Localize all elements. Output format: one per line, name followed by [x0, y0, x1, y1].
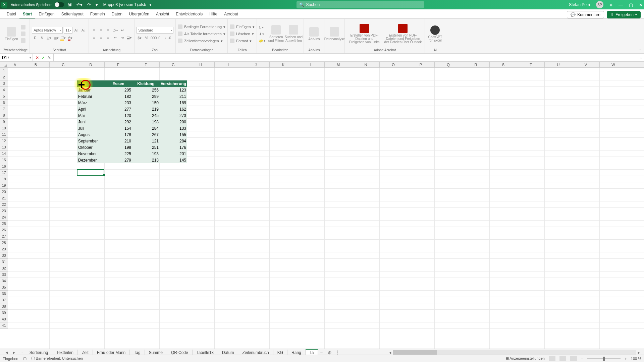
row-header-36[interactable]: 36 — [0, 291, 8, 297]
sheet-nav-next[interactable]: ► — [12, 350, 16, 355]
pdf-share-link-button[interactable]: Erstellen von PDF-Dateien und Freigeben … — [347, 22, 382, 46]
accounting-format-button[interactable]: $▾ — [137, 35, 143, 41]
scroll-right-button[interactable]: ► — [636, 351, 642, 355]
fx-button[interactable]: fx — [48, 55, 51, 60]
column-header-G[interactable]: G — [160, 62, 187, 67]
table-row-label[interactable]: Januar — [77, 87, 105, 93]
align-center-button[interactable]: ≡ — [98, 35, 104, 41]
italic-button[interactable]: K — [39, 35, 45, 41]
row-header-20[interactable]: 20 — [0, 189, 8, 195]
font-name-combo[interactable]: Aptos Narrow — [32, 27, 63, 34]
number-format-combo[interactable]: Standard — [137, 27, 173, 34]
format-as-table-button[interactable]: Als Tabelle formatieren ▾ — [178, 31, 225, 37]
column-header-P[interactable]: P — [407, 62, 435, 67]
zoom-level[interactable]: 100 % — [631, 357, 641, 361]
row-header-35[interactable]: 35 — [0, 284, 8, 291]
sheet-nav-prev[interactable]: ◄ — [5, 350, 9, 355]
font-color-button[interactable]: A▾ — [67, 35, 73, 41]
save-icon[interactable]: 🖫 — [67, 2, 72, 7]
row-header-15[interactable]: 15 — [0, 157, 8, 163]
user-avatar-icon[interactable]: SP — [596, 1, 603, 8]
sheet-overflow[interactable]: ··· — [318, 350, 325, 355]
table-cell[interactable]: 292 — [105, 119, 132, 125]
row-header-34[interactable]: 34 — [0, 278, 8, 284]
ribbon-tab-einfügen[interactable]: Einfügen — [35, 10, 58, 18]
table-row-label[interactable]: November — [77, 150, 105, 157]
row-header-14[interactable]: 14 — [0, 150, 8, 157]
borders-button[interactable]: ▦▾ — [53, 35, 59, 41]
increase-decimal-button[interactable]: .0→ — [158, 35, 164, 41]
row-header-26[interactable]: 26 — [0, 227, 8, 233]
table-cell[interactable]: 205 — [105, 87, 132, 93]
comma-format-button[interactable]: 000 — [151, 35, 157, 41]
cut-button[interactable] — [21, 24, 25, 30]
decrease-indent-button[interactable]: ⇤ — [112, 35, 118, 41]
copy-button[interactable] — [21, 31, 25, 37]
horizontal-scrollbar[interactable]: ◄ ► — [387, 350, 642, 355]
align-middle-button[interactable]: ≡ — [98, 27, 104, 33]
table-cell[interactable]: 150 — [132, 100, 160, 106]
insert-cells-button[interactable]: Einfügen ▾ — [230, 24, 254, 30]
table-cell[interactable]: 219 — [132, 106, 160, 112]
table-cell[interactable]: 154 — [105, 125, 132, 131]
expand-formula-bar-button[interactable]: ⌄ — [638, 54, 644, 61]
table-cell[interactable]: 284 — [132, 125, 160, 131]
table-row-label[interactable]: Februar — [77, 93, 105, 100]
table-cell[interactable]: 189 — [160, 100, 187, 106]
table-row-label[interactable]: Dezember — [77, 157, 105, 163]
increase-indent-button[interactable]: ⇥ — [119, 35, 125, 41]
row-header-12[interactable]: 12 — [0, 138, 8, 144]
column-header-L[interactable]: L — [297, 62, 325, 67]
ribbon-tab-datei[interactable]: Datei — [3, 10, 19, 18]
comments-button[interactable]: 💬 Kommentare — [567, 11, 604, 18]
row-header-41[interactable]: 41 — [0, 322, 8, 329]
row-header-10[interactable]: 10 — [0, 125, 8, 131]
column-header-K[interactable]: K — [270, 62, 297, 67]
row-header-2[interactable]: 2 — [0, 74, 8, 80]
redo-icon[interactable]: ↷ — [87, 2, 91, 7]
table-cell[interactable]: 201 — [160, 150, 187, 157]
row-header-30[interactable]: 30 — [0, 252, 8, 259]
table-cell[interactable]: 200 — [160, 119, 187, 125]
column-header-A[interactable]: A — [8, 62, 22, 67]
table-cell[interactable]: 145 — [160, 157, 187, 163]
row-header-40[interactable]: 40 — [0, 316, 8, 322]
paste-button[interactable]: Einfügen — [3, 22, 19, 46]
ribbon-tab-seitenlayout[interactable]: Seitenlayout — [58, 10, 87, 18]
ribbon-tab-hilfe[interactable]: Hilfe — [206, 10, 221, 18]
row-header-23[interactable]: 23 — [0, 208, 8, 214]
table-cell[interactable]: 182 — [105, 93, 132, 100]
addins-button[interactable]: Add-Ins — [306, 22, 322, 46]
orientation-button[interactable]: ⭯▾ — [112, 27, 118, 33]
row-header-5[interactable]: 5 — [0, 93, 8, 100]
table-cell[interactable]: 121 — [132, 138, 160, 144]
row-header-37[interactable]: 37 — [0, 297, 8, 303]
zoom-slider[interactable] — [587, 358, 621, 359]
table-cell[interactable]: 213 — [132, 157, 160, 163]
column-header-N[interactable]: N — [352, 62, 380, 67]
row-header-25[interactable]: 25 — [0, 221, 8, 227]
ribbon-tab-acrobat[interactable]: Acrobat — [221, 10, 241, 18]
column-header-J[interactable]: J — [242, 62, 270, 67]
sort-filter-button[interactable]: Sortieren und Filtern — [268, 22, 284, 46]
table-cell[interactable]: 133 — [160, 125, 187, 131]
page-layout-view-button[interactable] — [559, 356, 566, 361]
column-header-M[interactable]: M — [325, 62, 352, 67]
column-header-B[interactable]: B — [22, 62, 50, 67]
row-header-3[interactable]: 3 — [0, 80, 8, 87]
column-header-Q[interactable]: Q — [435, 62, 462, 67]
table-header[interactable]: Versicherung — [160, 80, 187, 87]
name-box[interactable]: D17 — [0, 54, 33, 61]
pdf-share-outlook-button[interactable]: Erstellen von PDF-Dateien und Freigeben … — [383, 22, 423, 46]
autosum-button[interactable]: Σ ▾ — [259, 24, 266, 30]
row-header-32[interactable]: 32 — [0, 265, 8, 272]
table-cell[interactable]: 225 — [105, 150, 132, 157]
table-row-label[interactable]: März — [77, 100, 105, 106]
delete-cells-button[interactable]: Löschen ▾ — [230, 31, 254, 37]
column-header-R[interactable]: R — [462, 62, 490, 67]
data-analysis-button[interactable]: Datenanalyse — [326, 22, 342, 46]
worksheet-grid[interactable]: ABCDEFGHIJKLMNOPQRSTUVW 1234567891011121… — [0, 62, 644, 350]
chatgpt-button[interactable]: ChatGPT for Excel — [427, 22, 443, 46]
row-header-7[interactable]: 7 — [0, 106, 8, 112]
row-header-29[interactable]: 29 — [0, 246, 8, 252]
